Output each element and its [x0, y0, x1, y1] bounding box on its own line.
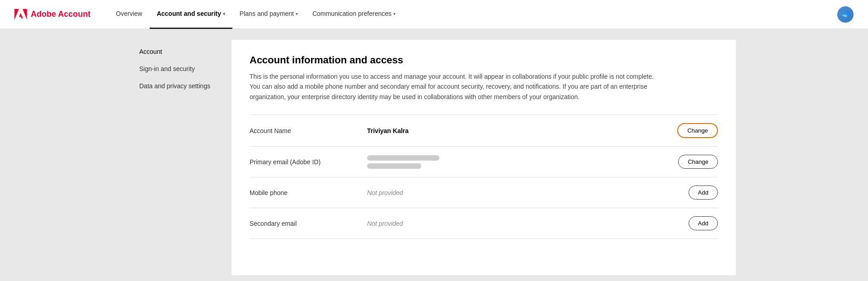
primary-email-value	[367, 155, 678, 169]
avatar-icon: 🧢	[841, 10, 850, 19]
sidebar-item-data-privacy[interactable]: Data and privacy settings	[132, 78, 231, 94]
chevron-down-icon: ▾	[223, 11, 225, 16]
nav-plans-label: Plans and payment	[240, 10, 294, 17]
mobile-phone-label: Mobile phone	[250, 189, 367, 196]
secondary-email-add-button[interactable]: Add	[689, 216, 718, 230]
account-name-row: Account Name Triviyan Kalra Change	[250, 114, 718, 146]
nav-overview-label: Overview	[116, 10, 142, 17]
sidebar-item-signin-security[interactable]: Sign-in and security	[132, 61, 231, 77]
account-name-value: Triviyan Kalra	[367, 127, 677, 134]
sidebar-item-account[interactable]: Account	[132, 43, 231, 60]
account-name-change-button[interactable]: Change	[677, 123, 718, 138]
email-blur-line-1	[367, 155, 439, 161]
nav-item-account-security[interactable]: Account and security ▾	[150, 0, 232, 29]
primary-email-label: Primary email (Adobe ID)	[250, 158, 367, 166]
secondary-email-label: Secondary email	[250, 220, 367, 227]
adobe-logo-icon	[14, 8, 27, 21]
mobile-phone-value: Not provided	[367, 189, 689, 196]
page-title: Account information and access	[250, 54, 718, 66]
sidebar-signin-label: Sign-in and security	[139, 65, 195, 72]
topbar: Adobe Account Overview Account and secur…	[0, 0, 868, 29]
secondary-email-row: Secondary email Not provided Add	[250, 208, 718, 239]
avatar[interactable]: 🧢	[837, 6, 854, 23]
sidebar-data-privacy-label: Data and privacy settings	[139, 82, 210, 90]
nav-account-security-label: Account and security	[157, 10, 221, 17]
nav-item-overview[interactable]: Overview	[108, 0, 149, 29]
topbar-right: 🧢	[837, 6, 854, 23]
nav-item-communication[interactable]: Communication preferences ▾	[305, 0, 403, 29]
nav-communication-label: Communication preferences	[312, 10, 392, 17]
logo-text: Adobe Account	[31, 10, 90, 19]
chevron-down-icon: ▾	[296, 11, 298, 16]
content-area: Account information and access This is t…	[231, 40, 736, 275]
primary-email-row: Primary email (Adobe ID) Change	[250, 146, 718, 177]
main-wrapper: Account Sign-in and security Data and pr…	[118, 29, 750, 281]
sidebar-account-label: Account	[139, 48, 162, 55]
primary-email-change-button[interactable]: Change	[678, 155, 718, 169]
secondary-email-action: Add	[689, 216, 718, 230]
account-name-label: Account Name	[250, 127, 367, 134]
email-blur-line-2	[367, 163, 421, 169]
primary-email-action: Change	[678, 155, 718, 169]
mobile-phone-action: Add	[689, 186, 718, 200]
mobile-phone-add-button[interactable]: Add	[689, 186, 718, 200]
chevron-down-icon: ▾	[393, 11, 396, 16]
sidebar: Account Sign-in and security Data and pr…	[132, 40, 231, 275]
main-nav: Overview Account and security ▾ Plans an…	[108, 0, 837, 29]
secondary-email-value: Not provided	[367, 220, 689, 227]
account-name-action: Change	[677, 123, 718, 138]
logo-link[interactable]: Adobe Account	[14, 8, 90, 21]
mobile-phone-row: Mobile phone Not provided Add	[250, 177, 718, 208]
content-description: This is the personal information you use…	[250, 71, 656, 102]
nav-item-plans-payment[interactable]: Plans and payment ▾	[232, 0, 305, 29]
